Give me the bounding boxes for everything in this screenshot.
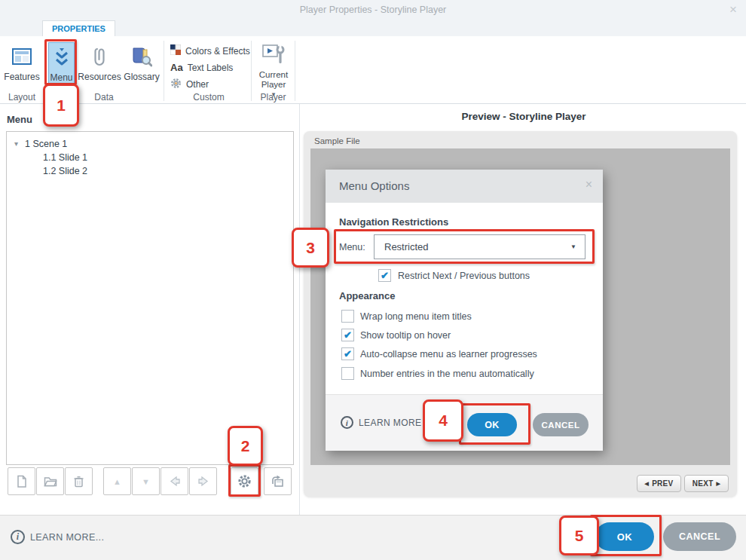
callout-step-1: 1 xyxy=(43,84,79,127)
menu-label: Menu xyxy=(50,72,72,83)
ok-button[interactable]: OK xyxy=(595,522,654,551)
check-icon: ✔ xyxy=(342,329,353,341)
dropdown-caret-icon: ▼ xyxy=(570,243,576,250)
colors-effects-label: Colors & Effects xyxy=(185,46,250,57)
move-down-button[interactable]: ▼ xyxy=(132,467,160,495)
callout-step-3: 3 xyxy=(292,228,329,268)
move-right-button[interactable] xyxy=(189,467,217,495)
tree-item-slide[interactable]: 1.2 Slide 2 xyxy=(43,166,87,176)
tree-item-slide[interactable]: 1.1 Slide 1 xyxy=(43,152,87,163)
close-icon[interactable]: × xyxy=(729,2,737,17)
tree-expander-icon[interactable]: ▾ xyxy=(14,139,18,148)
wrap-titles-label: Wrap long menu item titles xyxy=(360,311,472,322)
ribbon: Features Menu Resources Glossary Colors … xyxy=(0,36,746,104)
trash-icon xyxy=(72,475,85,488)
restrict-next-prev-label: Restrict Next / Previous buttons xyxy=(398,271,530,281)
tab-properties[interactable]: PROPERTIES xyxy=(42,20,115,36)
dialog-cancel-button[interactable]: CANCEL xyxy=(533,413,589,436)
reset-menu-button[interactable] xyxy=(264,467,292,495)
panel-divider xyxy=(299,104,300,515)
callout-step-4: 4 xyxy=(423,399,463,442)
move-left-button[interactable] xyxy=(161,467,188,495)
features-button[interactable]: Features xyxy=(2,44,42,82)
text-labels-button[interactable]: Aa Text Labels xyxy=(170,61,233,74)
glossary-label: Glossary xyxy=(124,72,159,82)
right-arrow-icon xyxy=(197,475,210,488)
info-icon: i xyxy=(341,416,353,429)
callout-step-2: 2 xyxy=(228,426,263,466)
group-label-layout: Layout xyxy=(0,92,44,103)
bottom-bar: i LEARN MORE... OK CANCEL xyxy=(0,515,746,560)
menu-options-dialog: Menu Options × Navigation Restrictions M… xyxy=(326,170,603,451)
colors-effects-button[interactable]: Colors & Effects xyxy=(170,44,250,57)
show-tooltip-checkbox[interactable]: ✔ xyxy=(341,329,354,341)
next-arrow-icon: ▶ xyxy=(717,481,721,487)
window-title: Player Properties - Storyline Player xyxy=(0,5,746,15)
glossary-book-icon xyxy=(131,44,152,69)
resources-label: Resources xyxy=(78,72,121,82)
dialog-learn-more-link[interactable]: i LEARN MORE xyxy=(341,416,421,429)
tree-item-scene[interactable]: 1 Scene 1 xyxy=(25,139,67,149)
new-page-icon xyxy=(15,475,28,488)
left-arrow-icon xyxy=(168,475,182,488)
check-icon: ✔ xyxy=(342,348,353,360)
learn-more-link[interactable]: i LEARN MORE... xyxy=(11,530,104,544)
menu-settings-button[interactable] xyxy=(231,467,258,495)
resources-button[interactable]: Resources xyxy=(77,44,122,82)
wrap-titles-checkbox[interactable]: ✔ xyxy=(341,310,354,323)
features-label: Features xyxy=(4,72,39,82)
menu-icon xyxy=(54,44,70,70)
prev-button[interactable]: ◀ PREV xyxy=(637,475,681,492)
dialog-learn-more-label: LEARN MORE xyxy=(359,418,421,428)
next-button[interactable]: NEXT ▶ xyxy=(684,475,729,492)
dialog-footer: i LEARN MORE OK CANCEL xyxy=(326,394,603,451)
navigation-restrictions-heading: Navigation Restrictions xyxy=(339,216,448,228)
current-player-icon xyxy=(262,42,285,68)
check-icon: ✔ xyxy=(379,270,390,281)
open-button[interactable] xyxy=(36,467,64,495)
dialog-header: Menu Options × xyxy=(326,170,603,203)
menu-panel-heading: Menu xyxy=(7,114,32,125)
menu-button[interactable]: Menu xyxy=(48,42,75,84)
preview-heading: Preview - Storyline Player xyxy=(301,111,746,122)
text-labels-icon: Aa xyxy=(170,62,183,73)
dialog-title: Menu Options xyxy=(339,170,409,203)
glossary-button[interactable]: Glossary xyxy=(122,44,161,82)
menu-dropdown-label: Menu: xyxy=(339,242,365,252)
callout-step-5: 5 xyxy=(559,516,599,555)
prev-label: PREV xyxy=(652,479,673,488)
appearance-heading: Appearance xyxy=(339,290,395,301)
prev-arrow-icon: ◀ xyxy=(644,481,649,487)
move-up-button[interactable]: ▲ xyxy=(103,467,131,495)
text-labels-label: Text Labels xyxy=(188,63,234,73)
other-button[interactable]: Other xyxy=(170,78,209,90)
auto-collapse-label: Auto-collapse menu as learner progresses xyxy=(360,349,537,360)
auto-collapse-checkbox[interactable]: ✔ xyxy=(341,347,354,360)
new-entry-button[interactable] xyxy=(8,467,35,495)
current-player-button[interactable]: Current Player ▾ xyxy=(254,42,293,99)
show-tooltip-label: Show tooltip on hover xyxy=(360,330,451,341)
current-player-label: Current Player xyxy=(254,70,293,90)
down-arrow-icon: ▼ xyxy=(142,477,150,486)
cancel-button[interactable]: CANCEL xyxy=(663,522,736,551)
colors-effects-icon xyxy=(170,44,181,57)
dialog-close-icon[interactable]: × xyxy=(585,178,592,191)
group-label-custom: Custom xyxy=(167,92,250,103)
folder-icon xyxy=(44,475,57,488)
features-icon xyxy=(12,44,32,69)
dropdown-value: Restricted xyxy=(384,235,429,259)
ribbon-separator xyxy=(295,41,295,101)
up-arrow-icon: ▲ xyxy=(113,477,121,486)
learn-more-label: LEARN MORE... xyxy=(30,532,104,543)
number-entries-checkbox[interactable]: ✔ xyxy=(341,367,354,380)
restrict-next-prev-checkbox[interactable]: ✔ xyxy=(378,269,391,282)
reset-icon xyxy=(271,475,285,488)
ribbon-separator xyxy=(164,41,164,101)
menu-restriction-dropdown[interactable]: Restricted ▼ xyxy=(374,234,585,259)
sample-file-label: Sample File xyxy=(314,136,360,145)
dialog-ok-button[interactable]: OK xyxy=(467,413,517,436)
menu-tree: ▾ 1 Scene 1 1.1 Slide 1 1.2 Slide 2 xyxy=(6,131,294,465)
delete-button[interactable] xyxy=(65,467,93,495)
next-label: NEXT xyxy=(692,479,714,488)
title-bar: Player Properties - Storyline Player × P… xyxy=(0,0,746,36)
